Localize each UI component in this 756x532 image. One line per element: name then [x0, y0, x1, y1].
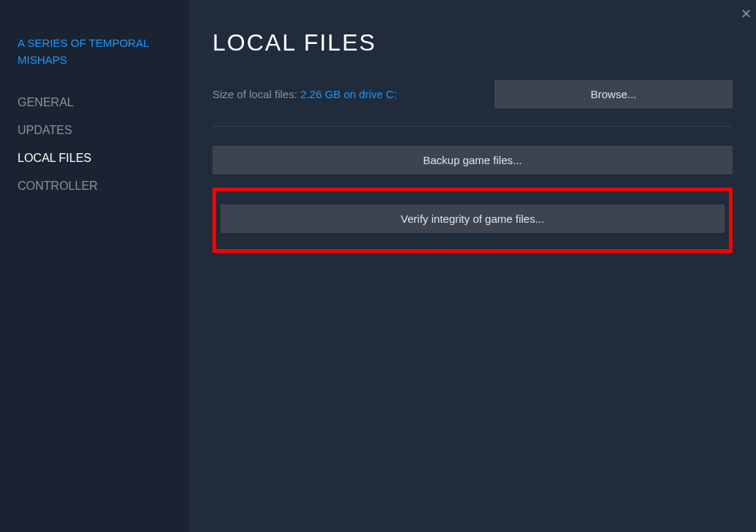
sidebar: A SERIES OF TEMPORAL MISHAPS GENERAL UPD…	[0, 0, 189, 532]
highlight-annotation: Verify integrity of game files...	[212, 188, 733, 253]
nav-item-controller[interactable]: CONTROLLER	[18, 172, 171, 200]
size-text: Size of local files: 2.26 GB on drive C:	[212, 88, 397, 100]
size-label: Size of local files:	[212, 88, 300, 100]
main-panel: ✕ LOCAL FILES Size of local files: 2.26 …	[189, 0, 756, 532]
divider	[212, 126, 733, 127]
page-title: LOCAL FILES	[212, 29, 733, 56]
nav-item-local-files[interactable]: LOCAL FILES	[18, 144, 171, 172]
game-title-link[interactable]: A SERIES OF TEMPORAL MISHAPS	[18, 35, 171, 68]
close-icon[interactable]: ✕	[738, 6, 753, 22]
verify-integrity-button[interactable]: Verify integrity of game files...	[220, 204, 724, 233]
nav-item-updates[interactable]: UPDATES	[18, 117, 171, 144]
nav-item-general[interactable]: GENERAL	[18, 89, 171, 117]
size-link[interactable]: 2.26 GB on drive C:	[300, 88, 397, 100]
size-row: Size of local files: 2.26 GB on drive C:…	[212, 80, 733, 108]
backup-button[interactable]: Backup game files...	[212, 146, 733, 174]
browse-button[interactable]: Browse...	[494, 80, 733, 108]
